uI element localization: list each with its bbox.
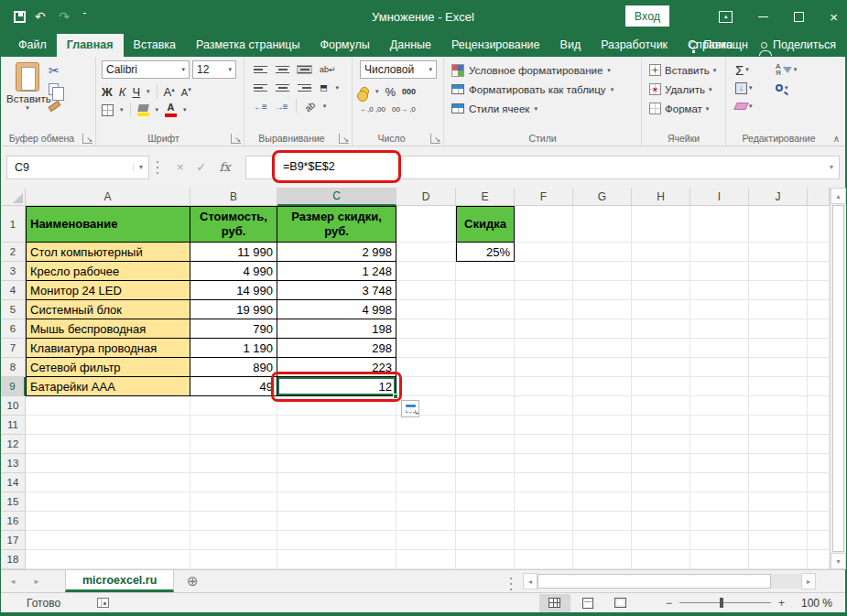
- insert-function-icon[interactable]: fx: [220, 160, 231, 174]
- cell-H15[interactable]: [632, 492, 690, 512]
- cell-D16[interactable]: [396, 512, 456, 531]
- cell-J6[interactable]: [749, 319, 808, 339]
- cell-E2[interactable]: 25%: [456, 243, 515, 262]
- cell-H9[interactable]: [632, 377, 690, 396]
- cell-F14[interactable]: [515, 473, 573, 492]
- row-header-15[interactable]: 15: [1, 492, 26, 512]
- cell-D7[interactable]: [396, 339, 456, 358]
- cell-partial-10[interactable]: [808, 396, 830, 416]
- cell-G8[interactable]: [573, 358, 632, 377]
- column-header-E[interactable]: E: [456, 188, 515, 206]
- cell-J8[interactable]: [749, 358, 808, 377]
- row-header-16[interactable]: 16: [1, 512, 26, 531]
- cell-partial-2[interactable]: [808, 243, 830, 262]
- cell-I18[interactable]: [690, 550, 749, 569]
- normal-view-button[interactable]: [539, 594, 570, 612]
- ribbon-tab-данные[interactable]: Данные: [380, 34, 441, 57]
- cell-H18[interactable]: [632, 550, 690, 569]
- cell-F11[interactable]: [515, 416, 573, 435]
- font-dialog-launcher[interactable]: ↘: [231, 134, 241, 144]
- ribbon-tab-разметка-страницы[interactable]: Разметка страницы: [186, 34, 309, 57]
- cell-F9[interactable]: [515, 377, 573, 396]
- cell-E3[interactable]: [456, 262, 515, 281]
- cell-F12[interactable]: [515, 435, 573, 454]
- zoom-in-button[interactable]: +: [778, 597, 785, 610]
- row-header-13[interactable]: 13: [1, 454, 26, 473]
- cell-J15[interactable]: [749, 492, 808, 512]
- cell-G9[interactable]: [573, 377, 632, 396]
- align-center-icon[interactable]: [276, 84, 289, 92]
- cell-styles-button[interactable]: Стили ячеек▾: [451, 99, 637, 118]
- fill-color-icon[interactable]: [137, 104, 149, 116]
- cell-C2[interactable]: 2 998: [277, 243, 396, 262]
- cell-J10[interactable]: [749, 396, 808, 416]
- cell-D6[interactable]: [396, 319, 456, 339]
- cell-A5[interactable]: Системный блок: [26, 300, 190, 319]
- cell-E17[interactable]: [456, 531, 515, 550]
- next-sheet-icon[interactable]: ▸: [25, 570, 49, 592]
- cell-J9[interactable]: [749, 377, 808, 396]
- ribbon-tab-вид[interactable]: Вид: [550, 34, 592, 57]
- cell-J12[interactable]: [749, 435, 808, 454]
- cell-B10[interactable]: [190, 396, 277, 416]
- column-header-F[interactable]: F: [515, 188, 573, 206]
- italic-button[interactable]: К: [119, 85, 126, 99]
- cell-E16[interactable]: [456, 512, 515, 531]
- cell-B1[interactable]: Стоимость, руб.: [190, 206, 277, 243]
- align-bottom-icon[interactable]: [298, 66, 311, 74]
- cell-I12[interactable]: [690, 435, 749, 454]
- cell-partial-9[interactable]: [808, 377, 830, 396]
- increase-indent-icon[interactable]: →≡: [275, 102, 288, 112]
- cell-F5[interactable]: [515, 300, 573, 319]
- delete-cells-button[interactable]: × Удалить▾: [649, 80, 722, 99]
- cell-partial-4[interactable]: [808, 281, 830, 300]
- cell-H6[interactable]: [632, 319, 690, 339]
- cell-I10[interactable]: [690, 396, 749, 416]
- decrease-decimal-icon[interactable]: 00→ ,0: [392, 106, 416, 113]
- cell-B11[interactable]: [190, 416, 277, 435]
- cell-D11[interactable]: [396, 416, 456, 435]
- tell-me-button[interactable]: Помощн: [690, 38, 748, 57]
- cell-C4[interactable]: 3 748: [277, 281, 396, 300]
- ribbon-tab-file[interactable]: Файл: [8, 34, 57, 57]
- cell-E7[interactable]: [456, 339, 515, 358]
- cell-J18[interactable]: [749, 550, 808, 569]
- cell-H5[interactable]: [632, 300, 690, 319]
- cell-B4[interactable]: 14 990: [190, 281, 277, 300]
- align-middle-icon[interactable]: [276, 66, 289, 74]
- cell-F10[interactable]: [515, 396, 573, 416]
- cell-G5[interactable]: [573, 300, 632, 319]
- cell-B17[interactable]: [190, 531, 277, 550]
- cell-C9[interactable]: 12: [277, 377, 396, 396]
- percent-style-button[interactable]: %: [385, 85, 396, 99]
- cell-E11[interactable]: [456, 416, 515, 435]
- zoom-level[interactable]: 100 %: [792, 597, 832, 610]
- column-header-H[interactable]: H: [632, 188, 690, 206]
- cancel-entry-icon[interactable]: ×: [177, 160, 184, 174]
- cell-J16[interactable]: [749, 512, 808, 531]
- cell-A10[interactable]: [26, 396, 190, 416]
- sort-filter-button[interactable]: АЯ▾: [776, 63, 816, 76]
- cell-H4[interactable]: [632, 281, 690, 300]
- cell-C11[interactable]: [277, 416, 396, 435]
- cell-partial-14[interactable]: [808, 473, 830, 492]
- row-header-3[interactable]: 3: [1, 262, 26, 281]
- wrap-text-icon[interactable]: ab↵: [320, 65, 336, 74]
- vertical-scrollbar[interactable]: ▴ ▾: [830, 188, 846, 569]
- decrease-indent-icon[interactable]: ←≡: [254, 102, 266, 112]
- auto-fill-options-button[interactable]: [401, 400, 419, 417]
- cell-H11[interactable]: [632, 416, 690, 435]
- cell-I11[interactable]: [690, 416, 749, 435]
- vertical-scroll-thumb[interactable]: [832, 205, 844, 552]
- cell-I4[interactable]: [690, 281, 749, 300]
- number-format-combo[interactable]: Числовой▾: [360, 60, 437, 79]
- cell-D13[interactable]: [396, 454, 456, 473]
- cell-B2[interactable]: 11 990: [190, 243, 277, 262]
- cell-D14[interactable]: [396, 473, 456, 492]
- row-header-14[interactable]: 14: [1, 473, 26, 492]
- cell-partial-11[interactable]: [808, 416, 830, 435]
- cell-C1[interactable]: Размер скидки, руб.: [277, 206, 396, 243]
- cell-F17[interactable]: [515, 531, 573, 550]
- cell-F7[interactable]: [515, 339, 573, 358]
- cell-C10[interactable]: [277, 396, 396, 416]
